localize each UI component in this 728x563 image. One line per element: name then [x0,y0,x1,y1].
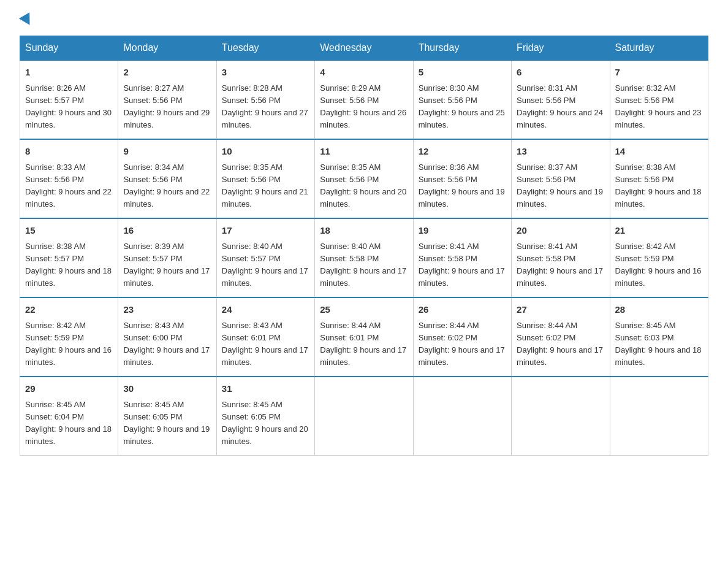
day-info: Sunrise: 8:32 AMSunset: 5:56 PMDaylight:… [615,82,703,132]
calendar-day-18: 18Sunrise: 8:40 AMSunset: 5:58 PMDayligh… [315,218,413,297]
day-info: Sunrise: 8:36 AMSunset: 5:56 PMDaylight:… [419,161,506,211]
weekday-header-friday: Friday [512,36,610,61]
day-info: Sunrise: 8:43 AMSunset: 6:00 PMDaylight:… [123,320,211,369]
calendar-day-8: 8Sunrise: 8:33 AMSunset: 5:56 PMDaylight… [20,139,118,218]
day-number: 22 [25,303,113,317]
week-row-1: 1Sunrise: 8:26 AMSunset: 5:57 PMDaylight… [20,60,708,139]
day-info: Sunrise: 8:30 AMSunset: 5:56 PMDaylight:… [419,82,506,132]
day-info: Sunrise: 8:33 AMSunset: 5:56 PMDaylight:… [25,161,113,211]
empty-day [413,377,511,456]
calendar-day-28: 28Sunrise: 8:45 AMSunset: 6:03 PMDayligh… [610,297,708,377]
day-info: Sunrise: 8:45 AMSunset: 6:05 PMDaylight:… [222,399,309,448]
weekday-header-thursday: Thursday [413,36,511,61]
calendar-day-3: 3Sunrise: 8:28 AMSunset: 5:56 PMDaylight… [216,60,314,139]
empty-day [512,377,610,456]
header [20,15,708,26]
day-number: 27 [517,303,604,317]
weekday-header-saturday: Saturday [610,36,708,61]
calendar-day-26: 26Sunrise: 8:44 AMSunset: 6:02 PMDayligh… [413,297,511,377]
day-info: Sunrise: 8:42 AMSunset: 5:59 PMDaylight:… [615,240,703,290]
day-info: Sunrise: 8:43 AMSunset: 6:01 PMDaylight:… [222,320,309,369]
weekday-header-sunday: Sunday [20,36,118,61]
day-info: Sunrise: 8:35 AMSunset: 5:56 PMDaylight:… [320,161,408,211]
calendar-day-24: 24Sunrise: 8:43 AMSunset: 6:01 PMDayligh… [216,297,314,377]
calendar-table: SundayMondayTuesdayWednesdayThursdayFrid… [20,36,708,456]
calendar-day-17: 17Sunrise: 8:40 AMSunset: 5:57 PMDayligh… [216,218,314,297]
day-number: 15 [25,224,113,238]
calendar-day-12: 12Sunrise: 8:36 AMSunset: 5:56 PMDayligh… [413,139,511,218]
day-info: Sunrise: 8:37 AMSunset: 5:56 PMDaylight:… [517,161,604,211]
calendar-day-19: 19Sunrise: 8:41 AMSunset: 5:58 PMDayligh… [413,218,511,297]
calendar-day-15: 15Sunrise: 8:38 AMSunset: 5:57 PMDayligh… [20,218,118,297]
day-info: Sunrise: 8:41 AMSunset: 5:58 PMDaylight:… [517,240,604,290]
day-info: Sunrise: 8:29 AMSunset: 5:56 PMDaylight:… [320,82,408,132]
day-info: Sunrise: 8:44 AMSunset: 6:02 PMDaylight:… [517,320,604,369]
day-info: Sunrise: 8:42 AMSunset: 5:59 PMDaylight:… [25,320,113,369]
day-number: 5 [419,66,506,80]
day-number: 21 [615,224,703,238]
week-row-4: 22Sunrise: 8:42 AMSunset: 5:59 PMDayligh… [20,297,708,377]
day-number: 24 [222,303,309,317]
calendar-day-20: 20Sunrise: 8:41 AMSunset: 5:58 PMDayligh… [512,218,610,297]
weekday-header-row: SundayMondayTuesdayWednesdayThursdayFrid… [20,36,708,61]
day-number: 20 [517,224,604,238]
calendar-day-5: 5Sunrise: 8:30 AMSunset: 5:56 PMDaylight… [413,60,511,139]
calendar-day-14: 14Sunrise: 8:38 AMSunset: 5:56 PMDayligh… [610,139,708,218]
calendar-day-7: 7Sunrise: 8:32 AMSunset: 5:56 PMDaylight… [610,60,708,139]
calendar-day-2: 2Sunrise: 8:27 AMSunset: 5:56 PMDaylight… [118,60,216,139]
logo [20,15,34,26]
day-number: 13 [517,145,604,159]
day-number: 7 [615,66,703,80]
calendar-day-6: 6Sunrise: 8:31 AMSunset: 5:56 PMDaylight… [512,60,610,139]
day-number: 31 [222,382,309,396]
day-number: 4 [320,66,408,80]
empty-day [315,377,413,456]
calendar-day-9: 9Sunrise: 8:34 AMSunset: 5:56 PMDaylight… [118,139,216,218]
day-number: 16 [123,224,211,238]
day-number: 12 [419,145,506,159]
day-info: Sunrise: 8:39 AMSunset: 5:57 PMDaylight:… [123,240,211,290]
day-number: 18 [320,224,408,238]
calendar-day-10: 10Sunrise: 8:35 AMSunset: 5:56 PMDayligh… [216,139,314,218]
day-info: Sunrise: 8:31 AMSunset: 5:56 PMDaylight:… [517,82,604,132]
calendar-day-13: 13Sunrise: 8:37 AMSunset: 5:56 PMDayligh… [512,139,610,218]
calendar-day-25: 25Sunrise: 8:44 AMSunset: 6:01 PMDayligh… [315,297,413,377]
day-number: 19 [419,224,506,238]
day-info: Sunrise: 8:40 AMSunset: 5:58 PMDaylight:… [320,240,408,290]
calendar-day-16: 16Sunrise: 8:39 AMSunset: 5:57 PMDayligh… [118,218,216,297]
day-info: Sunrise: 8:27 AMSunset: 5:56 PMDaylight:… [123,82,211,132]
day-number: 11 [320,145,408,159]
empty-day [610,377,708,456]
week-row-2: 8Sunrise: 8:33 AMSunset: 5:56 PMDaylight… [20,139,708,218]
day-info: Sunrise: 8:26 AMSunset: 5:57 PMDaylight:… [25,82,113,132]
day-number: 3 [222,66,309,80]
calendar-day-4: 4Sunrise: 8:29 AMSunset: 5:56 PMDaylight… [315,60,413,139]
calendar-day-1: 1Sunrise: 8:26 AMSunset: 5:57 PMDaylight… [20,60,118,139]
weekday-header-wednesday: Wednesday [315,36,413,61]
day-info: Sunrise: 8:45 AMSunset: 6:04 PMDaylight:… [25,399,113,448]
calendar-day-27: 27Sunrise: 8:44 AMSunset: 6:02 PMDayligh… [512,297,610,377]
day-number: 6 [517,66,604,80]
day-info: Sunrise: 8:41 AMSunset: 5:58 PMDaylight:… [419,240,506,290]
day-number: 17 [222,224,309,238]
calendar-day-22: 22Sunrise: 8:42 AMSunset: 5:59 PMDayligh… [20,297,118,377]
week-row-3: 15Sunrise: 8:38 AMSunset: 5:57 PMDayligh… [20,218,708,297]
day-number: 28 [615,303,703,317]
calendar-day-21: 21Sunrise: 8:42 AMSunset: 5:59 PMDayligh… [610,218,708,297]
day-info: Sunrise: 8:28 AMSunset: 5:56 PMDaylight:… [222,82,309,132]
logo-triangle-icon [19,12,35,28]
day-info: Sunrise: 8:44 AMSunset: 6:01 PMDaylight:… [320,320,408,369]
day-info: Sunrise: 8:45 AMSunset: 6:05 PMDaylight:… [123,399,211,448]
day-number: 29 [25,382,113,396]
day-number: 1 [25,66,113,80]
weekday-header-monday: Monday [118,36,216,61]
day-info: Sunrise: 8:35 AMSunset: 5:56 PMDaylight:… [222,161,309,211]
week-row-5: 29Sunrise: 8:45 AMSunset: 6:04 PMDayligh… [20,377,708,456]
day-number: 25 [320,303,408,317]
day-number: 2 [123,66,211,80]
calendar-day-30: 30Sunrise: 8:45 AMSunset: 6:05 PMDayligh… [118,377,216,456]
calendar-day-31: 31Sunrise: 8:45 AMSunset: 6:05 PMDayligh… [216,377,314,456]
day-number: 23 [123,303,211,317]
day-number: 10 [222,145,309,159]
day-info: Sunrise: 8:38 AMSunset: 5:56 PMDaylight:… [615,161,703,211]
